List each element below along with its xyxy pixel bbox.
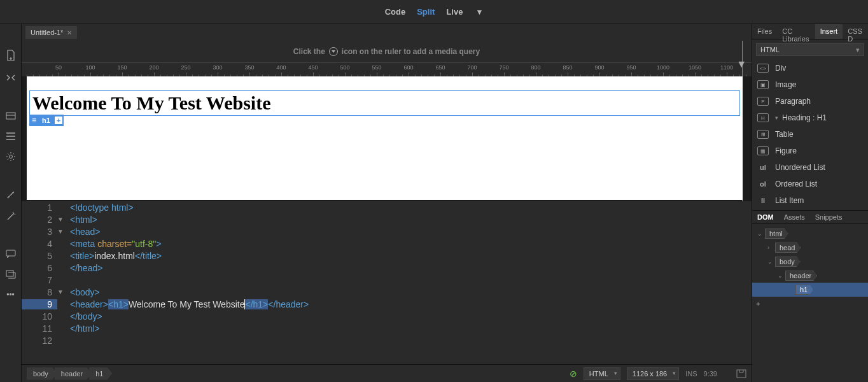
insert-item-label: Figure — [775, 146, 797, 155]
layers-icon[interactable] — [4, 270, 17, 279]
dom-node[interactable]: h1 — [752, 283, 868, 297]
view-tab-split[interactable]: Split — [417, 7, 435, 17]
dom-node[interactable]: ›head — [752, 241, 868, 255]
panel-tab[interactable]: Files — [752, 24, 777, 39]
panel-tab-secondary[interactable]: DOM — [752, 211, 779, 223]
insert-item-label: Ordered List — [775, 180, 817, 188]
new-file-icon[interactable] — [4, 50, 17, 61]
insert-item-icon: H — [757, 113, 769, 122]
chevron-icon[interactable]: ⌄ — [757, 230, 765, 237]
insert-item[interactable]: olOrdered List — [752, 176, 868, 192]
insert-item-icon: li — [757, 196, 769, 205]
insert-item[interactable]: <>Div — [752, 60, 868, 76]
insert-item-label: Div — [775, 64, 786, 73]
viewport-arrow-icon[interactable]: ▼ — [736, 59, 746, 70]
code-line[interactable]: 5<title>index.html</title> — [22, 250, 752, 262]
dom-node[interactable]: ⌄body — [752, 255, 868, 269]
insert-item-icon: ▣ — [757, 80, 769, 89]
plus-icon[interactable]: + — [55, 117, 62, 124]
insert-item-icon: ul — [757, 163, 769, 172]
svg-rect-5 — [737, 370, 746, 378]
preview-heading-h1[interactable]: Welcome To My Test Website — [29, 90, 740, 116]
code-line[interactable]: 2▼<html> — [22, 213, 752, 225]
code-editor[interactable]: 1<!doctype html>2▼<html>3▼<head>4<meta c… — [22, 201, 752, 364]
left-toolbar: ••• — [0, 24, 22, 382]
code-line[interactable]: 11</html> — [22, 322, 752, 334]
manage-icon[interactable] — [4, 73, 17, 83]
panel-tab[interactable]: CSS D — [843, 24, 868, 39]
code-line[interactable]: 3▼<head> — [22, 225, 752, 237]
status-bar: bodyheaderh1 ⊘ HTML 1126 x 186 INS 9:39 — [22, 364, 752, 382]
dom-tag-label: h1 — [795, 285, 813, 295]
triangle-down-icon — [329, 47, 338, 56]
code-line[interactable]: 9<header><h1>Welcome To My Test Website<… — [22, 298, 752, 310]
insert-item[interactable]: PParagraph — [752, 93, 868, 110]
comment-icon[interactable] — [4, 250, 17, 258]
panel-tab[interactable]: Insert — [815, 24, 843, 39]
file-tab[interactable]: Untitled-1* ✕ — [25, 26, 77, 39]
insert-item[interactable]: ⊞Table — [752, 126, 868, 143]
brush-icon[interactable] — [4, 190, 17, 200]
dom-node[interactable]: ⌄html — [752, 227, 868, 241]
insert-item-label: Table — [775, 130, 794, 139]
lines-icon[interactable] — [4, 132, 17, 140]
code-line[interactable]: 7 — [22, 274, 752, 286]
insert-item-label: List Item — [775, 196, 804, 205]
code-line[interactable]: 10</body> — [22, 310, 752, 322]
wand-icon[interactable] — [4, 211, 17, 222]
dom-add-button[interactable]: + — [752, 297, 868, 311]
hamburger-icon[interactable]: ≡ — [29, 115, 39, 126]
ruler[interactable]: 5010015020025030035040045050055060065070… — [22, 62, 752, 76]
status-ok-icon[interactable]: ⊘ — [570, 369, 577, 379]
code-line[interactable]: 8▼<body> — [22, 286, 752, 298]
insert-mode-label[interactable]: INS — [685, 370, 697, 378]
dom-node[interactable]: ⌄header — [752, 269, 868, 283]
time-label: 9:39 — [704, 370, 717, 378]
element-selector-badge[interactable]: ≡ h1 + — [29, 115, 64, 126]
insert-item[interactable]: ▣Image — [752, 76, 868, 93]
insert-item-label: Heading : H1 — [782, 113, 827, 122]
insert-item-icon: ol — [757, 180, 769, 188]
save-icon[interactable] — [736, 369, 746, 378]
code-line[interactable]: 12 — [22, 334, 752, 346]
insert-item[interactable]: liList Item — [752, 192, 868, 209]
chevron-icon[interactable]: ⌄ — [767, 258, 775, 265]
live-preview[interactable]: Welcome To My Test Website ≡ h1 + — [27, 76, 743, 200]
chevron-down-icon: ▾ — [775, 115, 778, 121]
insert-category-select[interactable]: HTML — [756, 43, 864, 56]
insert-item[interactable]: ulUnordered List — [752, 159, 868, 176]
breadcrumb-segment[interactable]: h1 — [89, 367, 112, 380]
element-tag-label: h1 — [39, 115, 53, 125]
breadcrumb-segment[interactable]: body — [27, 367, 57, 380]
breadcrumb-segment[interactable]: header — [55, 367, 92, 380]
right-panel: FilesCC LibrariesInsertCSS D HTML <>Div▣… — [752, 24, 868, 382]
svg-rect-0 — [6, 113, 15, 119]
more-icon[interactable]: ••• — [4, 290, 17, 299]
dimensions-select[interactable]: 1126 x 186 — [627, 367, 679, 380]
panel-tab-secondary[interactable]: Assets — [779, 211, 810, 223]
dom-tag-label: header — [785, 271, 817, 281]
code-line[interactable]: 6</head> — [22, 262, 752, 274]
insert-item[interactable]: H▾Heading : H1 — [752, 110, 868, 126]
settings-icon[interactable] — [4, 152, 17, 162]
insert-item-icon: <> — [757, 64, 769, 73]
close-icon[interactable]: ✕ — [67, 29, 72, 36]
breadcrumb: bodyheaderh1 — [27, 367, 109, 380]
view-tab-code[interactable]: Code — [385, 7, 406, 17]
view-dropdown-icon[interactable]: ▼ — [475, 8, 483, 17]
insert-item[interactable]: ▦Figure — [752, 143, 868, 159]
hint-text-before: Click the — [293, 47, 325, 56]
view-tab-live[interactable]: Live — [446, 7, 463, 17]
language-select[interactable]: HTML — [584, 367, 620, 380]
view-mode-tabs: Code Split Live ▼ — [0, 0, 868, 24]
svg-rect-2 — [6, 250, 15, 256]
assets-icon[interactable] — [4, 111, 17, 121]
panel-tab[interactable]: CC Libraries — [777, 24, 815, 39]
svg-point-1 — [9, 155, 12, 159]
panel-tab-secondary[interactable]: Snippets — [810, 211, 848, 223]
code-line[interactable]: 4<meta charset="utf-8"> — [22, 237, 752, 250]
dom-tree: ⌄html›head⌄body⌄headerh1+ — [752, 224, 868, 313]
code-line[interactable]: 1<!doctype html> — [22, 201, 752, 213]
chevron-icon[interactable]: › — [767, 244, 775, 251]
chevron-icon[interactable]: ⌄ — [778, 272, 785, 279]
